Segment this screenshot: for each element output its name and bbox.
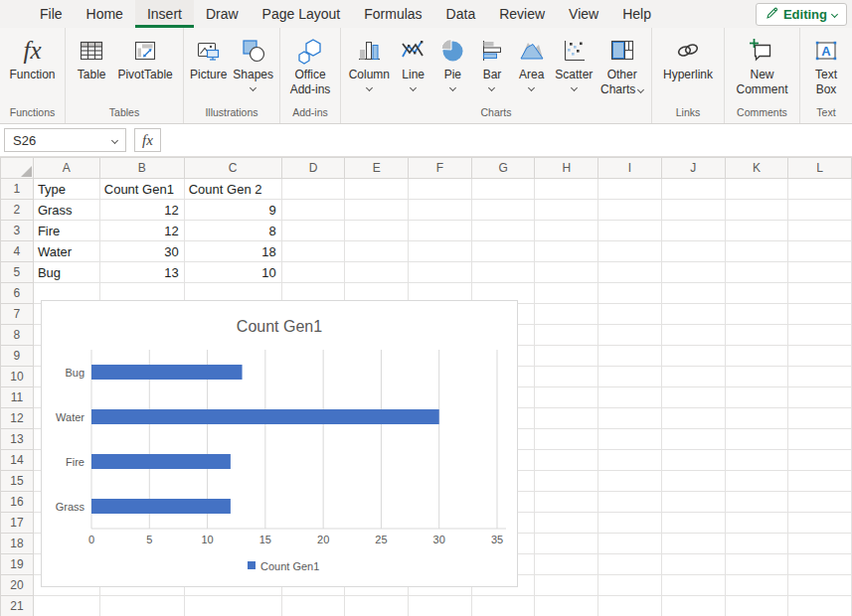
tab-view[interactable]: View xyxy=(557,0,610,28)
column-header-H[interactable]: H xyxy=(535,158,598,179)
cell-H6[interactable] xyxy=(535,283,598,304)
cell-L15[interactable] xyxy=(788,471,852,492)
cell-F1[interactable] xyxy=(409,179,472,200)
cell-H18[interactable] xyxy=(535,534,598,554)
chart-bar-Fire[interactable] xyxy=(91,454,231,469)
editing-mode-button[interactable]: Editing xyxy=(756,3,847,26)
cell-J14[interactable] xyxy=(661,450,725,471)
cell-J12[interactable] xyxy=(661,408,725,429)
line-chart-button[interactable]: Line xyxy=(398,34,429,90)
column-header-I[interactable]: I xyxy=(598,158,662,179)
cell-J8[interactable] xyxy=(661,325,725,346)
tab-data[interactable]: Data xyxy=(434,0,488,28)
cell-F2[interactable] xyxy=(409,200,472,221)
cell-K13[interactable] xyxy=(725,429,788,450)
text-box-button[interactable]: A TextBox xyxy=(810,34,842,97)
select-all-corner[interactable] xyxy=(1,158,34,179)
cell-H21[interactable] xyxy=(535,596,598,616)
row-header-12[interactable]: 12 xyxy=(1,408,34,429)
cell-J21[interactable] xyxy=(661,596,725,616)
cell-I10[interactable] xyxy=(598,367,662,387)
column-chart-button[interactable]: Column xyxy=(349,34,390,90)
column-header-B[interactable]: B xyxy=(99,158,184,179)
cell-I3[interactable] xyxy=(598,221,662,241)
cell-L18[interactable] xyxy=(788,534,852,554)
row-header-14[interactable]: 14 xyxy=(1,450,34,471)
row-header-7[interactable]: 7 xyxy=(1,304,34,325)
cell-H14[interactable] xyxy=(535,450,598,471)
cell-K6[interactable] xyxy=(725,283,788,304)
cell-E3[interactable] xyxy=(345,221,409,241)
shapes-button[interactable]: Shapes xyxy=(233,34,273,90)
chart-bar-Grass[interactable] xyxy=(91,499,231,514)
cell-A1[interactable]: Type xyxy=(33,179,99,200)
cell-E4[interactable] xyxy=(345,241,409,262)
cell-K2[interactable] xyxy=(725,200,788,221)
row-header-10[interactable]: 10 xyxy=(1,367,34,387)
cell-I6[interactable] xyxy=(598,283,662,304)
cell-F4[interactable] xyxy=(409,241,472,262)
cell-K21[interactable] xyxy=(725,596,788,616)
row-header-8[interactable]: 8 xyxy=(1,325,34,346)
cell-D1[interactable] xyxy=(281,179,345,200)
row-header-15[interactable]: 15 xyxy=(1,471,34,492)
row-header-1[interactable]: 1 xyxy=(1,179,34,200)
cell-I21[interactable] xyxy=(598,596,662,616)
cell-C2[interactable]: 9 xyxy=(184,200,281,221)
cell-J9[interactable] xyxy=(661,346,725,367)
cell-H5[interactable] xyxy=(535,262,598,283)
cell-J18[interactable] xyxy=(661,534,725,554)
cell-A4[interactable]: Water xyxy=(33,241,99,262)
row-header-13[interactable]: 13 xyxy=(1,429,34,450)
cell-H11[interactable] xyxy=(535,387,598,408)
cell-F3[interactable] xyxy=(409,221,472,241)
cell-H19[interactable] xyxy=(535,554,598,575)
cell-L11[interactable] xyxy=(788,387,852,408)
cell-J2[interactable] xyxy=(661,200,725,221)
cell-J20[interactable] xyxy=(661,575,725,596)
tab-draw[interactable]: Draw xyxy=(194,0,251,28)
column-header-E[interactable]: E xyxy=(345,158,409,179)
cell-L19[interactable] xyxy=(788,554,852,575)
cell-H15[interactable] xyxy=(535,471,598,492)
row-header-5[interactable]: 5 xyxy=(1,262,34,283)
cell-L17[interactable] xyxy=(788,513,852,534)
cell-K19[interactable] xyxy=(725,554,788,575)
tab-review[interactable]: Review xyxy=(487,0,557,28)
cell-H8[interactable] xyxy=(535,325,598,346)
cell-D21[interactable] xyxy=(281,596,345,616)
cell-K15[interactable] xyxy=(725,471,788,492)
cell-H20[interactable] xyxy=(535,575,598,596)
cell-B2[interactable]: 12 xyxy=(99,200,184,221)
cell-G4[interactable] xyxy=(471,241,535,262)
cell-A21[interactable] xyxy=(33,596,99,616)
bar-chart-button[interactable]: Bar xyxy=(476,34,508,90)
row-header-11[interactable]: 11 xyxy=(1,387,34,408)
cell-A2[interactable]: Grass xyxy=(33,200,99,221)
scatter-chart-button[interactable]: Scatter xyxy=(555,34,593,90)
cell-B5[interactable]: 13 xyxy=(99,262,184,283)
row-header-2[interactable]: 2 xyxy=(1,200,34,221)
cell-A5[interactable]: Bug xyxy=(33,262,99,283)
cell-J16[interactable] xyxy=(661,492,725,513)
cell-H12[interactable] xyxy=(535,408,598,429)
cell-I8[interactable] xyxy=(598,325,662,346)
cell-L12[interactable] xyxy=(788,408,852,429)
row-header-9[interactable]: 9 xyxy=(1,346,34,367)
cell-D5[interactable] xyxy=(281,262,345,283)
cell-C1[interactable]: Count Gen 2 xyxy=(184,179,281,200)
cell-L10[interactable] xyxy=(788,367,852,387)
cell-K4[interactable] xyxy=(725,241,788,262)
cell-K20[interactable] xyxy=(725,575,788,596)
cell-I20[interactable] xyxy=(598,575,662,596)
cell-I9[interactable] xyxy=(598,346,662,367)
row-header-3[interactable]: 3 xyxy=(1,221,34,241)
table-button[interactable]: Table xyxy=(76,34,107,82)
cell-J10[interactable] xyxy=(661,367,725,387)
column-header-K[interactable]: K xyxy=(725,158,788,179)
row-header-19[interactable]: 19 xyxy=(1,554,34,575)
cell-I15[interactable] xyxy=(598,471,662,492)
cell-E5[interactable] xyxy=(345,262,409,283)
cell-H17[interactable] xyxy=(535,513,598,534)
cell-L13[interactable] xyxy=(788,429,852,450)
